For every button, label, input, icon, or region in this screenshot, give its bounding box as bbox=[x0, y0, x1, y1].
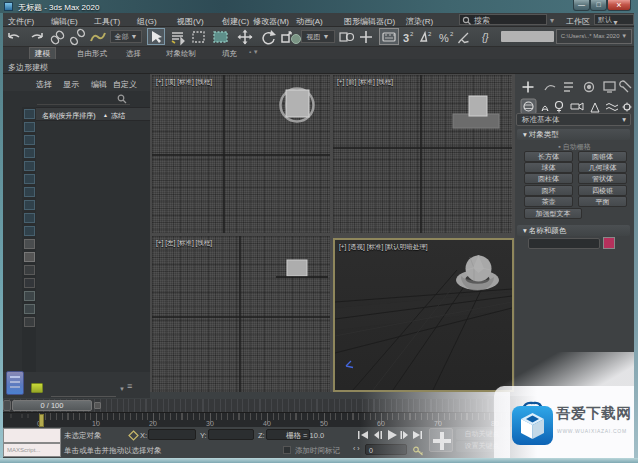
svg-text:%: % bbox=[439, 32, 449, 44]
svg-text:2: 2 bbox=[410, 31, 414, 37]
svg-text:2: 2 bbox=[450, 31, 454, 37]
svg-text:3: 3 bbox=[403, 32, 409, 44]
svg-text:2: 2 bbox=[428, 31, 432, 37]
svg-text:{}: {} bbox=[482, 32, 489, 43]
